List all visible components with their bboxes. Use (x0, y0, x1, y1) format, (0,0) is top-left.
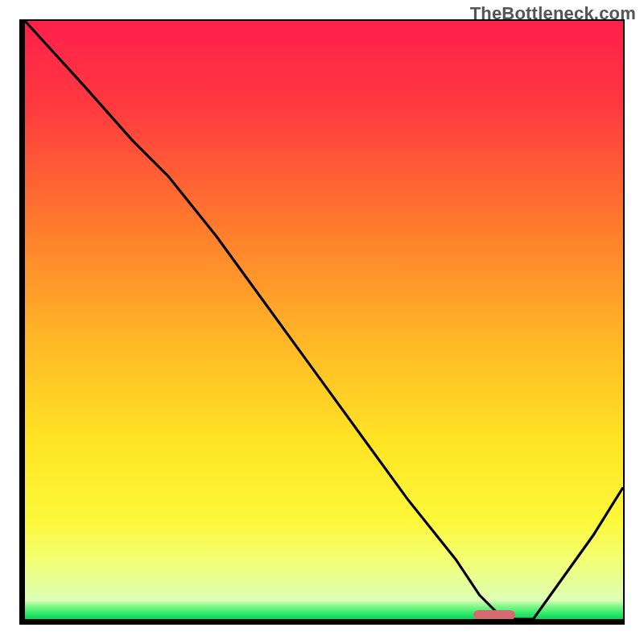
bottleneck-curve (19, 19, 625, 625)
optimal-range-marker (473, 610, 515, 620)
source-attribution: TheBottleneck.com (470, 3, 636, 24)
